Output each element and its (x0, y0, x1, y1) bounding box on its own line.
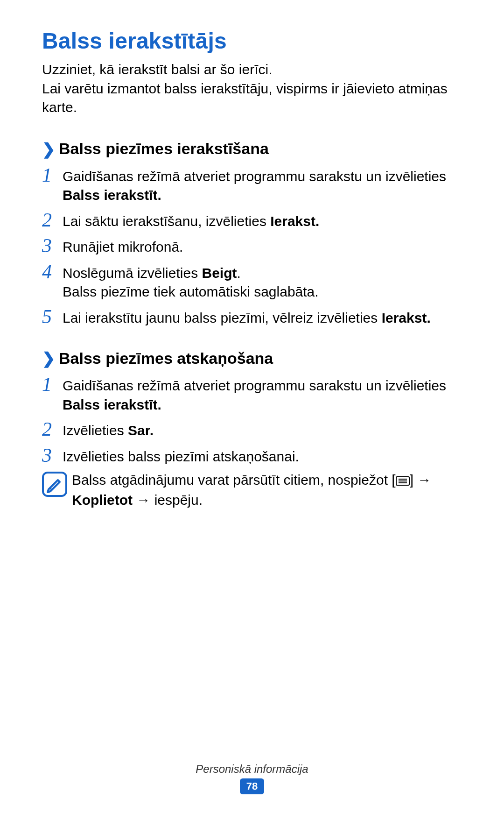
step-number: 2 (42, 210, 63, 230)
menu-icon (396, 472, 410, 491)
intro-line1: Uzziniet, kā ierakstīt balsi ar šo ierīc… (42, 62, 273, 77)
footer-section-name: Personiskā informācija (0, 763, 504, 776)
step-body: Lai ierakstītu jaunu balss piezīmi, vēlr… (63, 306, 431, 328)
step-number: 3 (42, 445, 63, 466)
step-body: Izvēlieties Sar. (63, 419, 154, 440)
chevron-right-icon: ❯ (42, 140, 55, 158)
step-body: Gaidīšanas režīmā atveriet programmu sar… (63, 374, 450, 414)
intro-text: Uzziniet, kā ierakstīt balsi ar šo ierīc… (42, 60, 453, 117)
step-item: 3 Izvēlieties balss piezīmi atskaņošanai… (42, 445, 462, 467)
step-body: Noslēgumā izvēlieties Beigt. Balss piezī… (63, 262, 319, 302)
step-number: 4 (42, 262, 63, 282)
step-number: 3 (42, 235, 63, 256)
note-row: Balss atgādinājumu varat pārsūtīt citiem… (42, 471, 462, 509)
step-body: Runājiet mikrofonā. (63, 235, 183, 257)
step-item: 2 Lai sāktu ierakstīšanu, izvēlieties Ie… (42, 210, 462, 231)
step-body: Gaidīšanas režīmā atveriet programmu sar… (63, 165, 450, 205)
section-heading-playback: ❯ Balss piezīmes atskaņošana (42, 349, 462, 368)
step-number: 1 (42, 165, 63, 185)
page-number-badge: 78 (240, 778, 264, 794)
pencil-note-icon (42, 472, 67, 497)
step-body: Izvēlieties balss piezīmi atskaņošanai. (63, 445, 299, 467)
step-item: 3 Runājiet mikrofonā. (42, 235, 462, 257)
step-item: 4 Noslēgumā izvēlieties Beigt. Balss pie… (42, 262, 462, 302)
step-item: 1 Gaidīšanas režīmā atveriet programmu s… (42, 374, 462, 414)
step-number: 2 (42, 419, 63, 439)
section-heading-text: Balss piezīmes atskaņošana (59, 349, 273, 368)
step-item: 1 Gaidīšanas režīmā atveriet programmu s… (42, 165, 462, 205)
step-item: 2 Izvēlieties Sar. (42, 419, 462, 440)
note-body: Balss atgādinājumu varat pārsūtīt citiem… (72, 471, 459, 509)
intro-line2: Lai varētu izmantot balss ierakstītāju, … (42, 81, 448, 115)
section-heading-recording: ❯ Balss piezīmes ierakstīšana (42, 140, 462, 158)
step-list-recording: 1 Gaidīšanas režīmā atveriet programmu s… (42, 165, 462, 328)
step-list-playback: 1 Gaidīšanas režīmā atveriet programmu s… (42, 374, 462, 509)
section-heading-text: Balss piezīmes ierakstīšana (59, 140, 269, 158)
step-body: Lai sāktu ierakstīšanu, izvēlieties Iera… (63, 210, 319, 231)
page-footer: Personiskā informācija 78 (0, 763, 504, 794)
step-number: 5 (42, 306, 63, 327)
document-page: Balss ierakstītājs Uzziniet, kā ierakstī… (0, 0, 504, 827)
chevron-right-icon: ❯ (42, 349, 55, 368)
step-number: 1 (42, 374, 63, 395)
page-title: Balss ierakstītājs (42, 28, 462, 54)
step-item: 5 Lai ierakstītu jaunu balss piezīmi, vē… (42, 306, 462, 328)
